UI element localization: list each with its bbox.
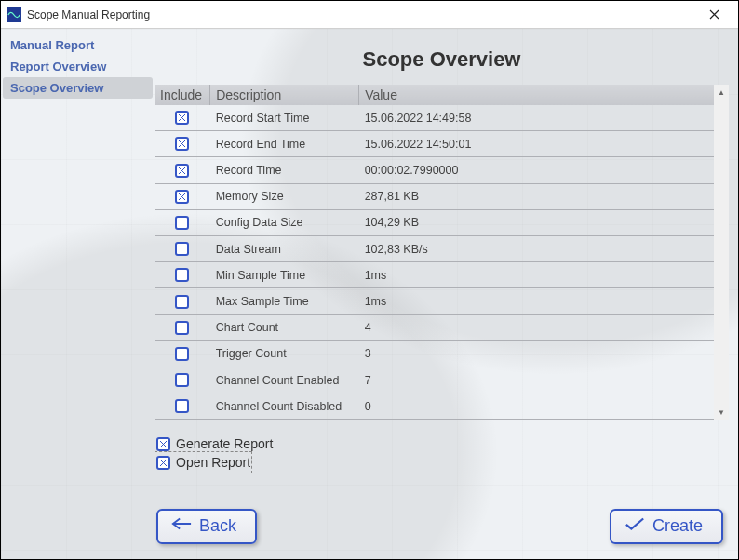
cell-include [155, 105, 210, 131]
cell-description: Max Sample Time [210, 288, 359, 314]
button-bar: Back Create [155, 500, 729, 550]
sidebar-item-report-overview[interactable]: Report Overview [3, 56, 153, 77]
include-checkbox[interactable] [175, 137, 189, 151]
table-header-row: Include Description Value [155, 85, 714, 105]
table-row: Max Sample Time1ms [155, 288, 714, 314]
include-checkbox[interactable] [175, 347, 189, 361]
cell-value: 7 [359, 367, 714, 393]
column-header-description[interactable]: Description [210, 85, 359, 105]
cell-include [155, 209, 210, 235]
table-row: Config Data Size104,29 KB [155, 209, 714, 235]
window-title: Scope Manual Reporting [27, 8, 150, 21]
cell-include [155, 262, 210, 288]
cell-description: Min Sample Time [210, 262, 359, 288]
option-generate-report[interactable]: Generate Report [156, 434, 273, 453]
table-row: Chart Count4 [155, 314, 714, 340]
cell-include [155, 288, 210, 314]
back-button[interactable]: Back [156, 509, 257, 544]
include-checkbox[interactable] [175, 399, 189, 413]
cell-value: 0 [359, 393, 714, 420]
arrow-left-icon [171, 516, 192, 536]
cell-include [155, 131, 210, 157]
cell-value: 00:00:02.7990000 [359, 157, 714, 183]
app-icon [7, 7, 21, 22]
column-header-include[interactable]: Include [155, 85, 210, 105]
cell-include [155, 183, 210, 209]
cell-value: 287,81 KB [359, 183, 714, 209]
cell-include [155, 314, 210, 340]
create-button[interactable]: Create [610, 509, 723, 544]
cell-description: Memory Size [210, 183, 359, 209]
titlebar: Scope Manual Reporting [1, 1, 738, 29]
page-title: Scope Overview [155, 47, 729, 72]
cell-description: Chart Count [210, 314, 359, 340]
scroll-up-arrow-icon[interactable]: ▲ [714, 85, 729, 100]
table-row: Data Stream102,83 KB/s [155, 236, 714, 262]
cell-value: 15.06.2022 14:49:58 [359, 105, 714, 131]
cell-value: 3 [359, 340, 714, 367]
cell-description: Data Stream [210, 236, 359, 262]
cell-include [155, 340, 210, 367]
create-button-label: Create [652, 516, 703, 536]
include-checkbox[interactable] [175, 268, 189, 282]
table-row: Min Sample Time1ms [155, 262, 714, 288]
table-row: Memory Size287,81 KB [155, 183, 714, 209]
generate-report-label: Generate Report [176, 436, 273, 451]
column-header-value[interactable]: Value [359, 85, 714, 105]
table-row: Trigger Count3 [155, 340, 714, 367]
cell-description: Trigger Count [210, 340, 359, 367]
open-report-checkbox[interactable] [156, 456, 170, 470]
table-wrap: Include Description Value Record Start T… [155, 85, 729, 420]
include-checkbox[interactable] [175, 111, 189, 125]
sidebar-item-manual-report[interactable]: Manual Report [3, 34, 153, 56]
cell-include [155, 236, 210, 262]
cell-description: Record End Time [210, 131, 359, 157]
cell-description: Channel Count Disabled [210, 393, 359, 420]
cell-description: Record Start Time [210, 105, 359, 131]
options-panel: Generate Report Open Report [155, 434, 729, 472]
cell-value: 102,83 KB/s [359, 236, 714, 262]
cell-include [155, 393, 210, 420]
cell-value: 4 [359, 314, 714, 340]
cell-description: Config Data Size [210, 209, 359, 235]
include-checkbox[interactable] [175, 164, 189, 178]
main-panel: Scope Overview Include Description Value… [155, 29, 738, 559]
cell-value: 104,29 KB [359, 209, 714, 235]
generate-report-checkbox[interactable] [156, 437, 170, 451]
workspace: Manual ReportReport OverviewScope Overvi… [1, 29, 738, 559]
table-scrollbar[interactable]: ▲ ▼ [714, 85, 729, 420]
include-checkbox[interactable] [175, 216, 189, 230]
close-icon [709, 9, 719, 20]
cell-include [155, 157, 210, 183]
cell-include [155, 367, 210, 393]
cell-value: 1ms [359, 262, 714, 288]
include-checkbox[interactable] [175, 373, 189, 387]
open-report-label: Open Report [176, 455, 250, 470]
close-button[interactable] [695, 1, 732, 29]
include-checkbox[interactable] [175, 295, 189, 309]
table-row: Record Start Time15.06.2022 14:49:58 [155, 105, 714, 131]
include-checkbox[interactable] [175, 321, 189, 335]
table-row: Record Time00:00:02.7990000 [155, 157, 714, 183]
cell-value: 15.06.2022 14:50:01 [359, 131, 714, 157]
check-icon [625, 516, 645, 536]
sidebar-item-scope-overview[interactable]: Scope Overview [3, 77, 153, 99]
cell-description: Channel Count Enabled [210, 367, 359, 393]
back-button-label: Back [199, 516, 236, 536]
cell-description: Record Time [210, 157, 359, 183]
option-open-report[interactable]: Open Report [156, 453, 250, 472]
scroll-down-arrow-icon[interactable]: ▼ [714, 405, 729, 420]
include-checkbox[interactable] [175, 242, 189, 256]
table-row: Channel Count Enabled7 [155, 367, 714, 393]
include-checkbox[interactable] [175, 190, 189, 204]
overview-table: Include Description Value Record Start T… [155, 85, 714, 420]
table-row: Channel Count Disabled0 [155, 393, 714, 420]
sidebar: Manual ReportReport OverviewScope Overvi… [1, 29, 155, 559]
table-row: Record End Time15.06.2022 14:50:01 [155, 131, 714, 157]
cell-value: 1ms [359, 288, 714, 314]
